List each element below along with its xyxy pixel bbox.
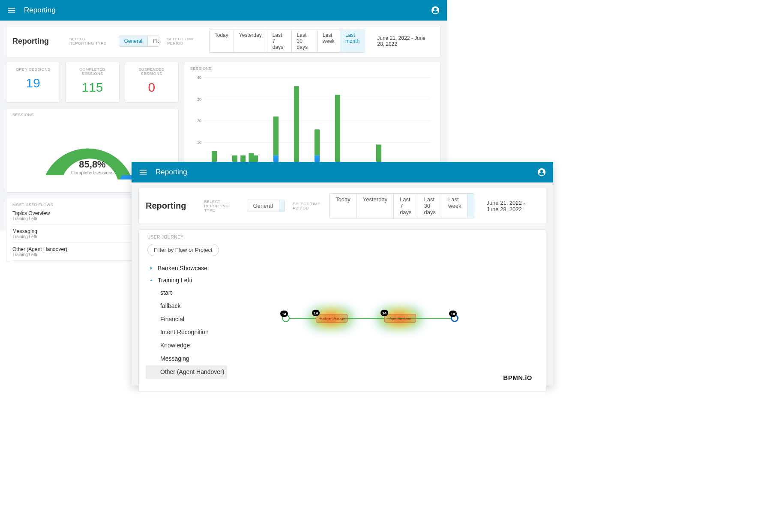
time-period-segment: TodayYesterdayLast 7 daysLast 30 daysLas…	[329, 193, 474, 218]
toolbar: Reporting SELECT REPORTING TYPE GeneralF…	[138, 188, 546, 224]
flows-reporting-window: Reporting Reporting SELECT REPORTING TYP…	[132, 162, 553, 386]
sessions-gauge-label: SESSIONS	[12, 113, 172, 117]
toolbar: Reporting SELECT REPORTING TYPE GeneralF…	[6, 25, 441, 57]
svg-text:10: 10	[197, 140, 201, 145]
select-time-label: SELECT TIME PERIOD	[167, 37, 201, 45]
time-option-today[interactable]: Today	[330, 194, 357, 218]
date-range: June 21, 2022 - June 28, 2022	[482, 197, 539, 215]
flow-name: Topics Overview	[12, 210, 50, 216]
svg-rect-26	[335, 95, 340, 164]
tree-project[interactable]: Training Lefti	[146, 274, 227, 286]
user-journey-label: USER JOURNEY	[146, 235, 227, 239]
flow-name: Other (Agent Handover)	[12, 246, 67, 252]
sessions-bar-chart: 0102030401.5.20224.5.20227.5.202210.5.20…	[190, 73, 434, 176]
svg-text:20: 20	[197, 119, 201, 123]
tree-project-label: Banken Showcase	[158, 265, 207, 272]
flow-project: Training Lefti	[12, 216, 50, 221]
tree-flow-item[interactable]: Knowledge	[146, 339, 227, 352]
time-option-last-7-days[interactable]: Last 7 days	[394, 194, 418, 218]
time-option-yesterday[interactable]: Yesterday	[234, 30, 267, 52]
reporting-type-segment: GeneralFlows	[119, 36, 160, 47]
time-option-yesterday[interactable]: Yesterday	[357, 194, 394, 218]
journey-start-badge: 14	[280, 311, 288, 317]
journey-node[interactable]: Handover Message	[316, 314, 348, 323]
select-type-label: SELECT REPORTING TYPE	[69, 37, 111, 45]
open-sessions-label: OPEN SESSIONS	[10, 67, 56, 72]
select-time-label: SELECT TIME PERIOD	[293, 202, 321, 210]
appbar: Reporting	[0, 0, 447, 21]
svg-rect-18	[273, 117, 279, 155]
account-icon[interactable]	[537, 167, 546, 177]
time-option-last-30-days[interactable]: Last 30 days	[292, 30, 318, 52]
tree-project[interactable]: Banken Showcase	[146, 262, 227, 274]
tree-flow-item[interactable]: Other (Agent Handover)	[146, 365, 227, 379]
reporting-type-segment: GeneralFlows	[247, 200, 285, 212]
tree-flow-item[interactable]: fallback	[146, 299, 227, 313]
completed-sessions-label: COMPLETED SESSIONS	[69, 67, 115, 76]
tree-flow-item[interactable]: start	[146, 286, 227, 299]
bpmn-logo: BPMN.iO	[503, 374, 532, 381]
journey-node-badge: 14	[312, 310, 320, 316]
time-option-last-week[interactable]: Last week	[442, 194, 467, 218]
flow-project: Training Lefti	[12, 252, 67, 257]
page-title: Reporting	[146, 201, 186, 211]
time-option-last-30-days[interactable]: Last 30 days	[418, 194, 442, 218]
suspended-sessions-card: SUSPENDED SESSIONS 0	[125, 62, 179, 103]
flow-project: Training Lefti	[12, 234, 37, 239]
open-sessions-card: OPEN SESSIONS 19	[6, 62, 60, 103]
tree-project-label: Training Lefti	[158, 277, 192, 284]
page-title: Reporting	[12, 37, 49, 46]
journey-canvas-area: 14Handover Message14Agent handover1410 B…	[227, 230, 539, 385]
time-period-segment: TodayYesterdayLast 7 daysLast 30 daysLas…	[209, 30, 365, 53]
time-option-last-7-days[interactable]: Last 7 days	[267, 30, 292, 52]
open-sessions-value: 19	[10, 76, 56, 90]
completed-sessions-value: 115	[69, 80, 115, 95]
sessions-chart-label: SESSIONS	[190, 66, 434, 71]
time-option-last-month[interactable]: Last month	[340, 30, 365, 52]
filter-button[interactable]: Filter by Flow or Project	[147, 244, 219, 256]
journey-node-badge: 14	[381, 310, 388, 316]
completed-sessions-card: COMPLETED SESSIONS 115	[65, 62, 119, 103]
appbar-title: Reporting	[156, 168, 537, 176]
svg-rect-13	[232, 155, 237, 162]
tree-flow-item[interactable]: Messaging	[146, 352, 227, 365]
date-range: June 21, 2022 - June 28, 2022	[373, 33, 434, 49]
type-option-flows[interactable]: Flows	[279, 200, 285, 212]
time-option-last-week[interactable]: Last week	[318, 30, 340, 52]
suspended-sessions-value: 0	[129, 80, 175, 95]
account-icon[interactable]	[431, 6, 440, 15]
journey-end-badge: 10	[449, 311, 457, 317]
tree-flow-item[interactable]: Intent Recognition	[146, 326, 227, 339]
menu-icon[interactable]	[138, 167, 148, 177]
svg-rect-23	[315, 129, 320, 155]
time-option-today[interactable]: Today	[210, 30, 234, 52]
chevron-up-icon	[148, 277, 154, 283]
svg-rect-21	[294, 86, 299, 164]
menu-icon[interactable]	[7, 6, 16, 15]
svg-text:40: 40	[197, 75, 201, 80]
chevron-right-icon	[148, 265, 154, 271]
suspended-sessions-label: SUSPENDED SESSIONS	[129, 67, 175, 76]
flow-name: Messaging	[12, 228, 37, 234]
journey-node[interactable]: Agent handover	[384, 314, 416, 323]
tree-flow-item[interactable]: Financial	[146, 313, 227, 326]
appbar-title: Reporting	[24, 6, 431, 15]
svg-rect-10	[212, 151, 217, 162]
svg-rect-29	[376, 145, 381, 164]
user-journey-sidebar: USER JOURNEY Filter by Flow or Project B…	[146, 230, 227, 385]
time-option-last-month[interactable]: Last month	[467, 194, 474, 218]
select-type-label: SELECT REPORTING TYPE	[204, 200, 239, 212]
svg-text:30: 30	[197, 97, 201, 102]
appbar: Reporting	[132, 162, 553, 182]
type-option-general[interactable]: General	[119, 36, 148, 46]
type-option-flows[interactable]: Flows	[148, 36, 159, 46]
type-option-general[interactable]: General	[247, 200, 279, 212]
